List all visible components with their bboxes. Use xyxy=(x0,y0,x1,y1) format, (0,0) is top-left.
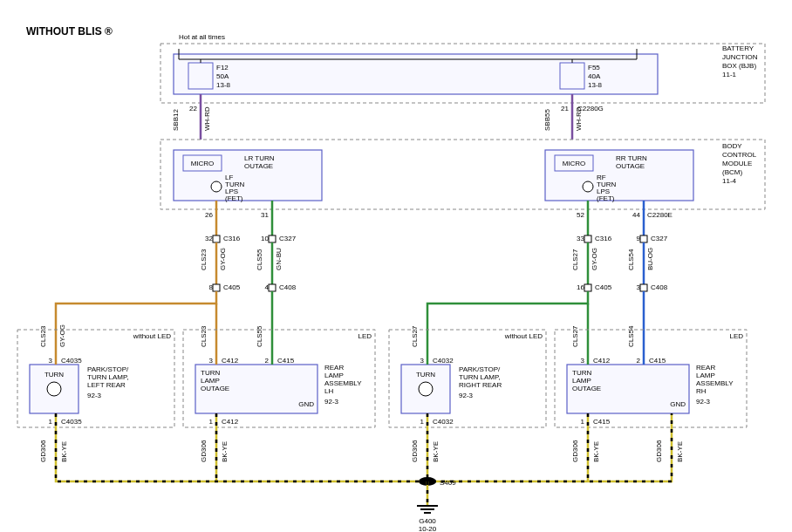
lamp3-turn: TURN xyxy=(416,371,435,379)
wt-bk5: BK-YE xyxy=(676,441,684,462)
wt-cls54r: CLS54 xyxy=(627,249,635,270)
wt-cls23-b2: CLS23 xyxy=(200,325,208,347)
lamp3-t1: PARK/STOP/ xyxy=(459,365,501,373)
bcm-l2: CONTROL xyxy=(722,151,757,159)
tag-wo-led-2: without LED xyxy=(504,332,543,340)
bjb-l3: BOX (BJB) xyxy=(722,62,756,70)
bcm-lr2: OUTAGE xyxy=(244,162,273,170)
lamp1-t1: PARK/STOP/ xyxy=(87,365,129,373)
lamp2-out-pin: 1 xyxy=(209,418,214,426)
page-title: WITHOUT BLIS ® xyxy=(26,25,113,38)
mid-l-conn2: C327 xyxy=(279,235,297,242)
wt-gd3: GD306 xyxy=(411,440,419,462)
pin-bjb-r: 21 xyxy=(561,105,569,113)
gnd-l1: G400 xyxy=(419,517,436,525)
lamp2-out-conn: C412 xyxy=(222,418,239,426)
pin-bcm-r2: 44 xyxy=(632,211,640,219)
lamp4-conn1: C412 xyxy=(593,357,611,365)
tag-led-1: LED xyxy=(358,332,372,340)
node-c316-l xyxy=(213,235,220,242)
lamp1-bulb xyxy=(47,382,61,396)
in-r-conn1: C405 xyxy=(595,283,612,291)
mid-r-pin1: 33 xyxy=(577,235,584,242)
bcm-rr2: OUTAGE xyxy=(616,162,645,170)
lamp2-t2: LAMP xyxy=(324,372,344,379)
bcm-l5: 11-4 xyxy=(722,177,737,185)
wt-cls27-b1: CLS27 xyxy=(411,325,419,347)
lamp2-gnd: GND xyxy=(298,400,314,408)
wt-gd5: GD306 xyxy=(655,440,663,462)
bcm-lf4: (FET) xyxy=(225,194,243,202)
lamp3-out-pin: 1 xyxy=(420,418,425,426)
lamp4-turn1: TURN xyxy=(572,369,591,377)
wt-bk1: BK-YE xyxy=(60,441,68,462)
bjb-l2: JUNCTION xyxy=(722,53,758,61)
wt-whrd1: WH-RD xyxy=(203,106,211,131)
node-c408-l xyxy=(269,284,276,291)
wt-cls23-b1: CLS23 xyxy=(39,325,47,347)
f12-l2: 50A xyxy=(216,72,229,80)
bcm-micro-l: MICRO xyxy=(191,160,215,167)
fuse-f12 xyxy=(188,63,213,89)
lamp3-conn: C4032 xyxy=(433,357,454,365)
lamp2-t5: 92-3 xyxy=(324,398,339,406)
mid-r-conn2: C327 xyxy=(651,235,668,242)
lamp2-t1: REAR xyxy=(324,364,344,372)
bjb-l1: BATTERY xyxy=(722,44,754,52)
lamp2-conn1: C412 xyxy=(222,357,239,365)
lamp3-bulb xyxy=(419,382,433,396)
lamp1-out-pin: 1 xyxy=(49,418,53,426)
lamp2-t3: ASSEMBLY xyxy=(324,379,362,387)
bcm-rf-sym xyxy=(583,181,593,192)
lamp1-conn: C4035 xyxy=(61,357,82,365)
lamp4-t4: RH xyxy=(696,387,707,395)
lamp4-t5: 92-3 xyxy=(696,398,711,406)
lamp1-t3: LEFT REAR xyxy=(87,381,126,389)
bcm-l1: BODY xyxy=(722,142,742,150)
node-c408-r xyxy=(640,284,647,291)
mid-l-pin2: 10 xyxy=(261,235,269,242)
wt-gd2: GD306 xyxy=(200,440,208,462)
wt-bk4: BK-YE xyxy=(592,441,600,462)
conn-bcm: C2280E xyxy=(647,211,673,219)
tag-led-2: LED xyxy=(729,332,743,340)
f55-l2: 40A xyxy=(588,72,601,80)
node-c327-l xyxy=(269,235,276,242)
in-l-conn1: C405 xyxy=(223,283,241,291)
f55-l1: F55 xyxy=(588,64,600,72)
wt-sbb12: SBB12 xyxy=(172,109,180,131)
bjb-l4: 11-1 xyxy=(722,71,737,78)
mid-l-pin1: 32 xyxy=(205,235,213,242)
lamp2-turn1: TURN xyxy=(201,369,220,377)
wt-cls55-b: CLS55 xyxy=(256,325,263,347)
lamp2-t4: LH xyxy=(324,387,333,395)
lamp3-t3: RIGHT REAR xyxy=(459,381,502,389)
wt-gnbul: GN-BU xyxy=(275,248,283,270)
bcm-micro-r: MICRO xyxy=(563,160,586,167)
lamp4-t1: REAR xyxy=(696,364,715,372)
lamp4-turn2: LAMP xyxy=(572,377,591,385)
splice-lbl: S409 xyxy=(440,479,456,487)
lamp3-t2: TURN LAMP, xyxy=(459,373,500,381)
lamp1-t4: 92-3 xyxy=(87,392,102,399)
node-c405-r xyxy=(584,284,591,291)
lamp1-t2: TURN LAMP, xyxy=(87,373,128,381)
wt-cls55l: CLS55 xyxy=(256,249,263,270)
wt-gd1: GD306 xyxy=(39,440,47,462)
in-l-pin1: 8 xyxy=(209,283,214,291)
wt-sbb55: SBB55 xyxy=(543,109,551,131)
bcm-lf-sym xyxy=(211,181,222,192)
gnd-bus-bk xyxy=(56,413,672,481)
wiring-diagram: WITHOUT BLIS ® Hot at all times BATTERY … xyxy=(0,0,792,532)
lamp4-conn2: C415 xyxy=(649,357,666,365)
wt-gd4: GD306 xyxy=(571,440,579,462)
lamp1-out-conn: C4035 xyxy=(61,418,82,426)
pin-bcm-r1: 52 xyxy=(577,211,584,219)
gnd-l2: 10-20 xyxy=(419,525,437,532)
wt-gyogr: GY-OG xyxy=(591,248,598,270)
wt-cls27r: CLS27 xyxy=(571,249,579,270)
pin-bjb-l: 22 xyxy=(189,105,197,113)
lamp2-turn3: OUTAGE xyxy=(201,385,229,392)
wt-bk2: BK-YE xyxy=(221,441,229,462)
lamp4-out-conn: C415 xyxy=(593,418,611,426)
